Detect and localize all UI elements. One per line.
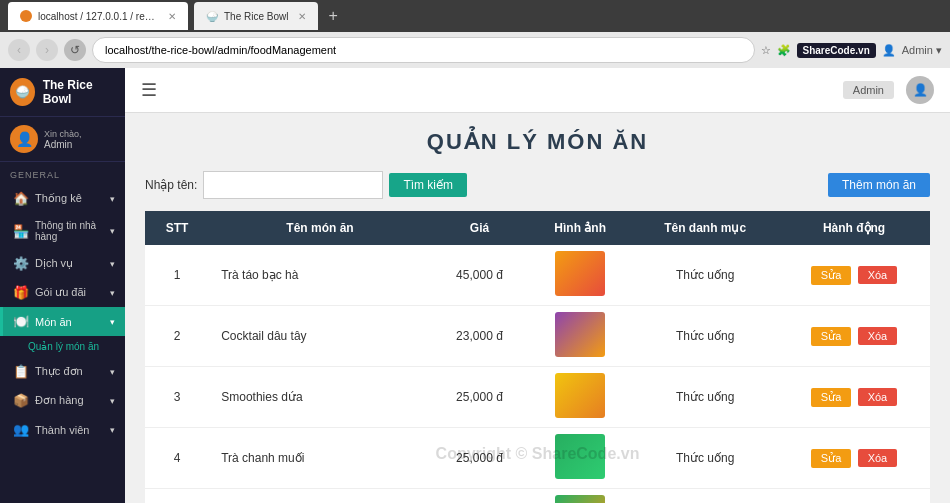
arrow-icon-5: ▾	[110, 317, 115, 327]
cell-stt-2: 3	[145, 367, 209, 428]
browser-tab-1[interactable]: localhost / 127.0.0.1 / restauran... ✕	[8, 2, 188, 30]
search-button[interactable]: Tìm kiếm	[389, 173, 467, 197]
goiuudai-icon: 🎁	[13, 285, 29, 300]
tab-label-1: localhost / 127.0.0.1 / restauran...	[38, 11, 158, 22]
user-greeting: Xin chào,	[44, 129, 82, 139]
cell-category-2: Thức uống	[632, 367, 778, 428]
table-row: 2 Cocktail dâu tây 23,000 đ Thức uống Sử…	[145, 306, 930, 367]
col-header-action: Hành động	[778, 211, 930, 245]
hamburger-icon[interactable]: ☰	[141, 79, 157, 101]
username: Admin	[44, 139, 82, 150]
edit-button-0[interactable]: Sửa	[811, 266, 851, 285]
delete-button-3[interactable]: Xóa	[858, 449, 898, 467]
cell-name-3: Trà chanh muối	[209, 428, 431, 489]
cell-image-1	[528, 306, 632, 367]
arrow-icon: ▾	[110, 194, 115, 204]
cell-price-3: 25,000 đ	[431, 428, 528, 489]
food-image-0	[555, 251, 605, 296]
search-label: Nhập tên:	[145, 178, 197, 192]
arrow-icon-4: ▾	[110, 288, 115, 298]
sidebar-title: The Rice Bowl	[43, 78, 115, 106]
browser-tab-2[interactable]: 🍚 The Rice Bowl ✕	[194, 2, 318, 30]
sidebar-header: 🍚 The Rice Bowl	[0, 68, 125, 117]
cell-image-4	[528, 489, 632, 504]
edit-button-1[interactable]: Sửa	[811, 327, 851, 346]
arrow-icon-3: ▾	[110, 259, 115, 269]
sidebar-item-donhang[interactable]: 📦 Đơn hàng ▾	[0, 386, 125, 415]
sidebar-item-thongke[interactable]: 🏠 Thống kê ▾	[0, 184, 125, 213]
tab-favicon-1	[20, 10, 32, 22]
content-area: QUẢN LÝ MÓN ĂN Nhập tên: Tìm kiếm Thêm m…	[125, 113, 950, 503]
edit-button-3[interactable]: Sửa	[811, 449, 851, 468]
delete-button-0[interactable]: Xóa	[858, 266, 898, 284]
tab-close-2[interactable]: ✕	[298, 11, 306, 22]
cell-name-0: Trà táo bạc hà	[209, 245, 431, 306]
tab-close-1[interactable]: ✕	[168, 11, 176, 22]
cell-image-0	[528, 245, 632, 306]
edit-button-2[interactable]: Sửa	[811, 388, 851, 407]
sidebar-item-goiuudai-label: Gói ưu đãi	[35, 286, 86, 299]
sidebar-item-dichvu-label: Dịch vụ	[35, 257, 73, 270]
dichvu-icon: ⚙️	[13, 256, 29, 271]
cell-category-4: Món khai vị	[632, 489, 778, 504]
profile-icon[interactable]: 👤	[882, 44, 896, 57]
main-content: ☰ Admin 👤 QUẢN LÝ MÓN ĂN Nhập tên: Tìm k…	[125, 68, 950, 503]
section-label-general: GENERAL	[0, 162, 125, 184]
cell-name-4: Thịt bò Mỹ nhúng sốt đen	[209, 489, 431, 504]
tab-icon-2: 🍚	[206, 11, 218, 22]
sidebar-item-thanhvien[interactable]: 👥 Thành viên ▾	[0, 415, 125, 444]
cell-price-1: 23,000 đ	[431, 306, 528, 367]
food-image-2	[555, 373, 605, 418]
donhang-icon: 📦	[13, 393, 29, 408]
sidebar-item-thongke-label: Thống kê	[35, 192, 82, 205]
sidebar-item-goiuudai[interactable]: 🎁 Gói ưu đãi ▾	[0, 278, 125, 307]
sharecode-logo: ShareCode.vn	[797, 43, 876, 58]
add-food-button[interactable]: Thêm món ăn	[828, 173, 930, 197]
cell-category-1: Thức uống	[632, 306, 778, 367]
thucdon-icon: 📋	[13, 364, 29, 379]
arrow-icon-6: ▾	[110, 367, 115, 377]
address-input[interactable]	[92, 37, 755, 63]
search-input[interactable]	[203, 171, 383, 199]
admin-label[interactable]: Admin ▾	[902, 44, 942, 57]
refresh-button[interactable]: ↺	[64, 39, 86, 61]
cell-action-1: Sửa Xóa	[778, 306, 930, 367]
arrow-icon-2: ▾	[110, 226, 115, 236]
col-header-name: Tên món ăn	[209, 211, 431, 245]
sidebar-item-thucdon[interactable]: 📋 Thực đơn ▾	[0, 357, 125, 386]
table-row: 1 Trà táo bạc hà 45,000 đ Thức uống Sửa …	[145, 245, 930, 306]
arrow-icon-7: ▾	[110, 396, 115, 406]
food-image-3	[555, 434, 605, 479]
browser-icons: ☆ 🧩 ShareCode.vn 👤 Admin ▾	[761, 43, 943, 58]
address-bar-row: ‹ › ↺ ☆ 🧩 ShareCode.vn 👤 Admin ▾	[0, 32, 950, 68]
delete-button-1[interactable]: Xóa	[858, 327, 898, 345]
cell-action-0: Sửa Xóa	[778, 245, 930, 306]
cell-stt-3: 4	[145, 428, 209, 489]
cell-stt-4: 5	[145, 489, 209, 504]
cell-price-2: 25,000 đ	[431, 367, 528, 428]
cell-action-4: Sửa Xóa	[778, 489, 930, 504]
sidebar-sub-quanlymonan[interactable]: Quản lý món ăn	[0, 336, 125, 357]
user-avatar: 👤	[10, 125, 38, 153]
table-row: 3 Smoothies dứa 25,000 đ Thức uống Sửa X…	[145, 367, 930, 428]
sidebar-item-thongtinnhahang[interactable]: 🏪 Thông tin nhà hàng ▾	[0, 213, 125, 249]
bookmark-icon[interactable]: ☆	[761, 44, 771, 57]
food-table: STT Tên món ăn Giá Hình ảnh Tên danh mục…	[145, 211, 930, 503]
sidebar-item-monan[interactable]: 🍽️ Món ăn ▾	[0, 307, 125, 336]
table-row: 5 Thịt bò Mỹ nhúng sốt đen 50,000 đ Món …	[145, 489, 930, 504]
back-button[interactable]: ‹	[8, 39, 30, 61]
forward-button[interactable]: ›	[36, 39, 58, 61]
cell-price-4: 50,000 đ	[431, 489, 528, 504]
extensions-icon[interactable]: 🧩	[777, 44, 791, 57]
arrow-icon-8: ▾	[110, 425, 115, 435]
delete-button-2[interactable]: Xóa	[858, 388, 898, 406]
new-tab-button[interactable]: +	[328, 7, 337, 25]
tab-label-2: The Rice Bowl	[224, 11, 288, 22]
cell-action-2: Sửa Xóa	[778, 367, 930, 428]
user-info: Xin chào, Admin	[44, 129, 82, 150]
sidebar-item-dichvu[interactable]: ⚙️ Dịch vụ ▾	[0, 249, 125, 278]
thanhvien-icon: 👥	[13, 422, 29, 437]
admin-badge[interactable]: Admin	[843, 81, 894, 99]
sidebar-item-donhang-label: Đơn hàng	[35, 394, 84, 407]
col-header-category: Tên danh mục	[632, 211, 778, 245]
